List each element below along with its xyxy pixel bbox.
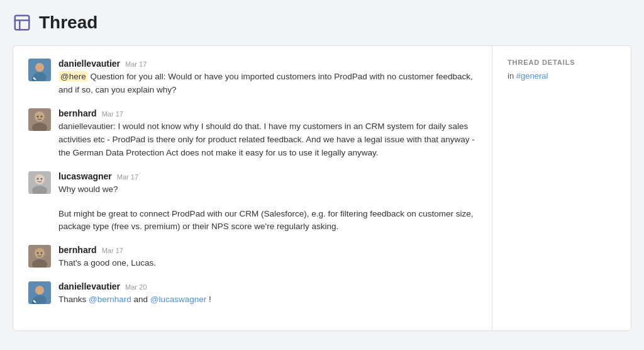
timestamp: Mar 17	[102, 110, 123, 118]
timestamp: Mar 17	[125, 60, 147, 68]
message-text: That's a good one, Lucas.	[58, 257, 477, 270]
message-text: But might be great to connect ProdPad wi…	[58, 208, 477, 234]
username: daniellevautier	[58, 281, 120, 291]
thread-card: ✎ daniellevautier Mar 17 @here Question …	[13, 45, 631, 331]
username: bernhard	[58, 245, 97, 255]
svg-point-21	[37, 252, 39, 254]
avatar	[28, 245, 51, 268]
message-content: bernhard Mar 17 daniellevautier: I would…	[58, 108, 477, 160]
sidebar-in-label: in	[508, 71, 514, 81]
svg-point-16	[37, 178, 39, 179]
continuation-message: But might be great to connect ProdPad wi…	[58, 208, 477, 234]
message-text: Thanks @bernhard and @lucaswagner !	[58, 293, 477, 307]
timestamp: Mar 17	[102, 247, 123, 254]
svg-rect-0	[15, 16, 30, 30]
message-header: lucaswagner Mar 17	[58, 171, 477, 181]
message-content: daniellevautier Mar 17 @here Question fo…	[58, 59, 477, 97]
svg-point-24	[35, 286, 44, 295]
svg-point-14	[35, 174, 45, 184]
message-header: bernhard Mar 17	[58, 108, 477, 118]
svg-point-22	[41, 252, 43, 254]
messages-panel: ✎ daniellevautier Mar 17 @here Question …	[13, 46, 492, 330]
sidebar-channel-link[interactable]: #general	[516, 71, 548, 81]
sidebar-in: in #general	[508, 71, 616, 81]
username: daniellevautier	[58, 59, 120, 69]
svg-point-12	[41, 115, 43, 117]
avatar	[28, 171, 51, 194]
message-text: Why would we?	[58, 183, 477, 196]
page-title: Thread	[39, 13, 97, 33]
message-content: daniellevautier Mar 20 Thanks @bernhard …	[58, 281, 477, 307]
timestamp: Mar 20	[125, 283, 147, 291]
avatar: ✎	[28, 281, 51, 304]
message-text-content: Question for you all: Would or have you …	[58, 72, 473, 94]
svg-point-17	[41, 178, 43, 179]
svg-text:✎: ✎	[33, 300, 36, 304]
message-text: daniellevautier: I would not know why I …	[58, 120, 477, 160]
sidebar-panel: THREAD DETAILS in #general	[492, 46, 631, 330]
mention-here: @here	[58, 71, 88, 82]
message-group: bernhard Mar 17 daniellevautier: I would…	[28, 108, 477, 160]
mention-bernhard: @bernhard	[89, 295, 131, 304]
message-text: @here Question for you all: Would or hav…	[58, 71, 477, 97]
message-header: daniellevautier Mar 17	[58, 59, 477, 69]
thread-icon	[13, 13, 31, 32]
message-group: ✎ daniellevautier Mar 20 Thanks @bernhar…	[28, 281, 477, 307]
message-content: lucaswagner Mar 17 Why would we?	[58, 171, 477, 196]
message-header: bernhard Mar 17	[58, 245, 477, 255]
timestamp: Mar 17	[117, 173, 138, 181]
username: lucaswagner	[58, 171, 112, 181]
mention-lucaswagner: @lucaswagner	[150, 295, 207, 304]
message-header: daniellevautier Mar 20	[58, 281, 477, 291]
avatar	[28, 108, 51, 131]
sidebar-title: THREAD DETAILS	[508, 59, 616, 66]
message-group: lucaswagner Mar 17 Why would we?	[28, 171, 477, 196]
username: bernhard	[58, 108, 97, 118]
message-group: ✎ daniellevautier Mar 17 @here Question …	[28, 59, 477, 97]
message-group: bernhard Mar 17 That's a good one, Lucas…	[28, 245, 477, 270]
svg-point-11	[37, 115, 39, 117]
svg-text:✎: ✎	[33, 77, 36, 81]
message-content: bernhard Mar 17 That's a good one, Lucas…	[58, 245, 477, 270]
avatar: ✎	[28, 59, 51, 81]
svg-point-4	[35, 63, 44, 72]
